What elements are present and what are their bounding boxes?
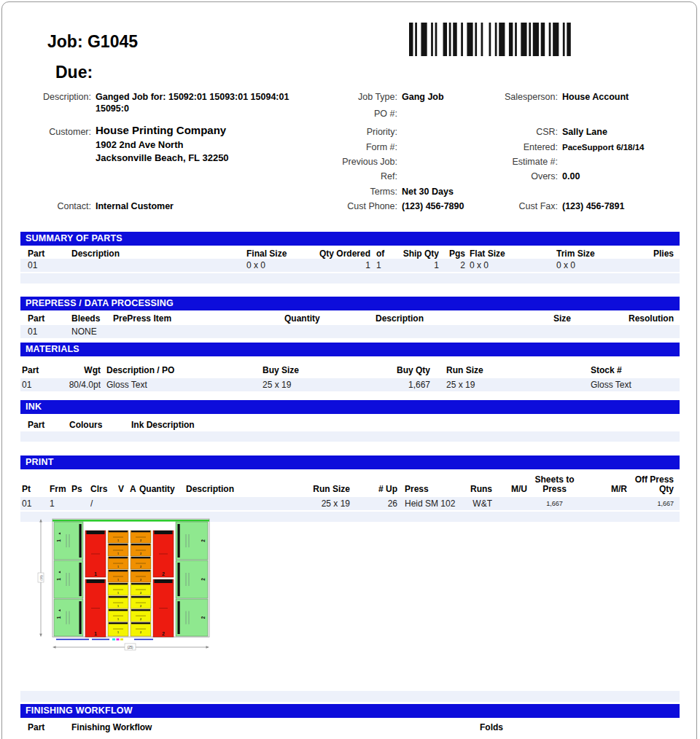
svg-text:1: 1: [117, 552, 119, 555]
materials-col-buy-qty: Buy Qty: [349, 365, 430, 375]
svg-text:(19): (19): [39, 575, 43, 581]
csr-value: Sally Lane: [562, 127, 607, 137]
contact-label: Contact:: [13, 201, 91, 211]
priority-label: Priority:: [306, 127, 397, 137]
description-label: Description:: [13, 92, 91, 102]
prepress-row: 01 NONE: [20, 325, 680, 338]
section-print: PRINT Pt Frm Ps Clrs V A Quantity Descri…: [20, 455, 680, 522]
customer-label: Customer:: [13, 127, 91, 137]
summary-flat-size: 0 x 0: [465, 259, 552, 272]
materials-row: 01 80/4.0pt Gloss Text 25 x 19 1,667 25 …: [20, 378, 680, 391]
print-col-up: # Up: [350, 485, 397, 494]
print-runs: W&T: [463, 497, 492, 510]
entered-label: Entered:: [459, 142, 558, 152]
ink-col-description: Ink Description: [131, 420, 680, 430]
job-title: Job: G1045: [47, 32, 138, 52]
summary-col-trim-size: Trim Size: [552, 249, 645, 259]
summary-part: 01: [28, 259, 71, 272]
materials-col-description: Description / PO: [101, 365, 254, 375]
customer-address1: 1902 2nd Ave North: [96, 139, 183, 150]
print-press: Heid SM 102: [397, 497, 463, 510]
svg-text:2: 2: [201, 616, 206, 619]
print-col-sheets-to-press: Sheets to Press: [527, 475, 582, 494]
print-col-pt: Pt: [22, 485, 50, 494]
prepress-col-quantity: Quantity: [284, 313, 335, 324]
ink-col-part: Part: [28, 420, 69, 430]
po-label: PO #:: [306, 109, 397, 119]
summary-col-ship-qty: Ship Qty: [392, 249, 439, 259]
materials-header-row: Part Wgt Description / PO Buy Size Buy Q…: [20, 362, 680, 375]
summary-qty-ordered: 1: [306, 259, 370, 272]
print-col-a: A: [130, 485, 139, 494]
csr-label: CSR:: [459, 127, 558, 137]
summary-empty-row: [20, 273, 680, 284]
prepress-section-bar: PREPRESS / DATA PROCESSING: [20, 297, 680, 310]
job-ticket-page: Job: G1045 Due: Description: Ganged Job …: [0, 0, 700, 739]
ink-section-bar: INK: [20, 400, 680, 414]
prepress-col-resolution: Resolution: [571, 313, 680, 324]
summary-col-qty-ordered: Qty Ordered: [306, 249, 370, 259]
ref-label: Ref:: [306, 171, 397, 181]
print-col-run-size: Run Size: [310, 485, 350, 494]
summary-of: 1: [370, 259, 392, 272]
print-col-quantity: Quantity: [139, 485, 186, 494]
materials-stock: Gloss Text: [525, 378, 680, 391]
previous-job-label: Previous Job:: [306, 157, 397, 167]
description-value-line1: Ganged Job for: 15092:01 15093:01 15094:…: [96, 92, 289, 102]
imposition-diagram: (19)(25)12121211221111111122222222: [32, 515, 216, 659]
materials-run-size: 25 x 19: [430, 378, 525, 391]
materials-buy-size: 25 x 19: [254, 378, 349, 391]
materials-col-stock: Stock #: [525, 365, 680, 375]
prepress-col-bleeds: Bleeds: [71, 313, 113, 324]
prepress-header-row: Part Bleeds PrePress Item Quantity Descr…: [20, 310, 680, 324]
print-section-bar: PRINT: [20, 455, 680, 469]
prepress-col-part: Part: [28, 313, 71, 324]
summary-pgs: 2: [439, 259, 465, 272]
svg-text:1: 1: [56, 539, 61, 542]
salesperson-label: Salesperson:: [459, 92, 558, 102]
svg-text:2: 2: [162, 571, 165, 576]
materials-wgt: 80/4.0pt: [57, 378, 101, 391]
print-col-press: Press: [397, 485, 463, 494]
print-off-press-qty: 1,667: [627, 497, 680, 510]
section-materials: MATERIALS Part Wgt Description / PO Buy …: [20, 343, 680, 391]
svg-text:1: 1: [117, 579, 119, 582]
print-frm: 1: [50, 497, 71, 510]
print-col-mu: M/U: [492, 485, 527, 494]
summary-row: 01 0 x 0 1 1 1 2 0 x 0 0 x 0: [20, 259, 680, 272]
print-col-mr: M/R: [582, 485, 627, 494]
cust-phone-value: (123) 456-7890: [402, 201, 464, 211]
materials-col-wgt: Wgt: [57, 365, 101, 375]
prepress-part: 01: [28, 325, 71, 338]
job-type-label: Job Type:: [306, 92, 397, 102]
summary-section-bar: SUMMARY OF PARTS: [20, 232, 680, 246]
prepress-col-item: PrePress Item: [113, 313, 284, 324]
overs-value: 0.00: [562, 171, 580, 181]
print-pt: 01: [22, 497, 50, 510]
overs-label: Overs:: [459, 171, 558, 181]
description-value-line2: 15095:0: [96, 103, 129, 114]
print-col-off-press-qty: Off Press Qty: [627, 475, 680, 494]
summary-col-of: of: [370, 249, 392, 259]
summary-header-row: Part Description Final Size Qty Ordered …: [20, 246, 680, 259]
print-col-description: Description: [186, 485, 310, 494]
svg-text:1: 1: [94, 571, 97, 576]
section-ink: INK Part Colours Ink Description: [20, 400, 680, 442]
cust-phone-label: Cust Phone:: [306, 201, 397, 211]
materials-section-bar: MATERIALS: [20, 343, 680, 356]
summary-col-description: Description: [71, 249, 246, 259]
print-sheets-to-press: 1,667: [527, 497, 582, 510]
finishing-col-part: Part: [28, 722, 71, 732]
estimate-label: Estimate #:: [459, 157, 558, 167]
ink-empty-row: [20, 431, 680, 442]
materials-part: 01: [22, 378, 57, 391]
prepress-bleeds: NONE: [71, 325, 113, 338]
print-col-ps: Ps: [71, 485, 90, 494]
due-title: Due:: [55, 63, 93, 82]
prepress-col-description: Description: [376, 313, 543, 324]
svg-text:2: 2: [140, 552, 141, 555]
print-run-size: 25 x 19: [310, 497, 350, 510]
ink-header-row: Part Colours Ink Description: [20, 417, 680, 430]
summary-final-size: 0 x 0: [246, 259, 306, 272]
finishing-empty-row: [20, 691, 680, 702]
